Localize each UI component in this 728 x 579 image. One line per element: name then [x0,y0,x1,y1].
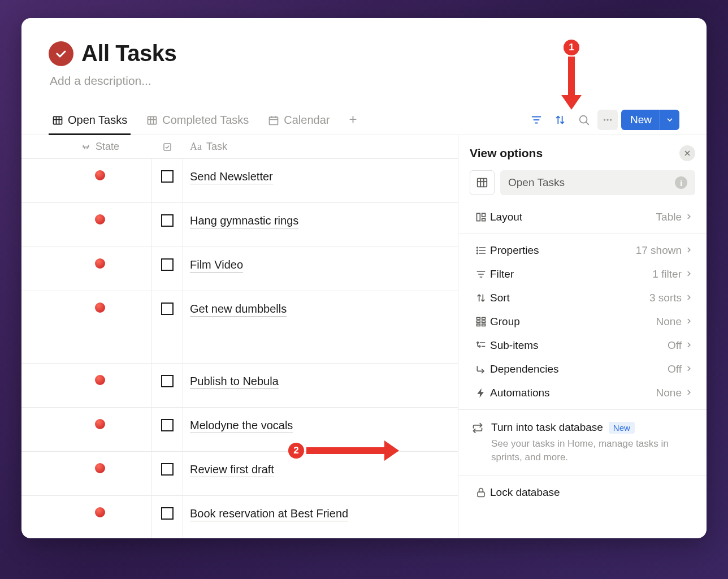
checkbox-cell[interactable] [151,452,183,495]
table-row[interactable]: Book reservation at Best Friend [21,496,458,538]
option-group[interactable]: Group None [470,310,695,334]
checkbox[interactable] [161,303,174,315]
table-row[interactable]: Get new dumbbells [21,291,458,364]
table-row[interactable]: Hang gymnastic rings [21,203,458,247]
state-cell [49,408,151,451]
checkbox-cell[interactable] [151,247,183,291]
view-options-panel: View options Open Tasks i Layout Table P… [458,135,707,538]
svg-point-17 [604,119,605,120]
state-cell [49,364,151,407]
option-filter[interactable]: Filter 1 filter [470,262,695,286]
new-button[interactable]: New [621,110,679,130]
checkbox[interactable] [161,463,174,476]
column-header-task[interactable]: Aa Task [183,135,458,158]
task-cell[interactable]: Publish to Nebula [183,364,458,407]
checkbox-cell[interactable] [151,291,183,363]
checkbox-cell[interactable] [151,364,183,407]
task-cell[interactable]: Get new dumbbells [183,291,458,363]
lock-icon [472,487,490,498]
svg-rect-23 [478,179,487,187]
filter-icon-button[interactable] [526,110,547,130]
view-name-input[interactable]: Open Tasks i [500,170,695,195]
option-sub-items[interactable]: Sub-items Off [470,334,695,357]
state-dot-red [95,303,105,313]
state-dot-red [95,463,105,473]
option-dependencies[interactable]: Dependencies Off [470,357,695,381]
task-cell[interactable]: Book reservation at Best Friend [183,496,458,538]
task-title: Publish to Nebula [190,375,279,389]
repeat-icon [472,422,486,464]
tab-calendar[interactable]: Calendar [265,109,333,135]
task-title: Review first draft [190,463,274,477]
state-cell [49,496,151,538]
task-cell[interactable]: Film Video [183,247,458,291]
subitems-icon [472,340,490,351]
column-header-checkbox[interactable] [151,135,183,158]
tab-open-tasks[interactable]: Open Tasks [49,109,131,135]
table-row[interactable]: Publish to Nebula [21,364,458,408]
checkbox-cell[interactable] [151,408,183,451]
more-options-button[interactable] [597,110,618,130]
option-layout[interactable]: Layout Table [470,205,695,229]
description-placeholder[interactable]: Add a description... [50,74,679,88]
task-cell[interactable]: Hang gymnastic rings [183,203,458,247]
svg-line-16 [586,122,589,124]
info-icon[interactable]: i [675,176,687,189]
table-row[interactable]: Send Newsletter [21,159,458,203]
svg-rect-44 [482,324,486,326]
svg-point-33 [477,247,478,248]
task-title: Melodyne the vocals [190,419,293,433]
page-header: All Tasks Add a description... [21,18,707,93]
svg-rect-0 [54,116,62,124]
state-cell [49,291,151,363]
search-icon-button[interactable] [574,110,594,130]
page-icon-check-circle [49,41,73,66]
state-dot-red [95,258,105,269]
tab-label: Calendar [284,114,330,127]
close-panel-button[interactable] [679,145,695,161]
lock-database[interactable]: Lock database [470,481,695,504]
table-row[interactable]: Film Video [21,247,458,291]
view-type-icon[interactable] [470,170,495,195]
svg-rect-4 [148,116,157,124]
svg-point-18 [606,119,608,120]
state-dot-red [95,507,105,517]
new-button-label: New [621,114,660,126]
new-badge: New [609,422,635,434]
option-properties[interactable]: Properties 17 shown [470,239,695,262]
tab-label: Open Tasks [68,114,127,127]
divider [458,476,707,476]
checkbox[interactable] [161,375,174,387]
turn-into-task-database[interactable]: Turn into task database New See your tas… [470,414,695,471]
svg-point-19 [610,119,612,120]
state-dot-red [95,170,105,180]
option-automations[interactable]: Automations None [470,381,695,405]
checkbox[interactable] [161,170,174,183]
task-title: Send Newsletter [190,170,273,184]
task-cell[interactable]: Send Newsletter [183,159,458,202]
add-view-button[interactable]: + [345,111,360,133]
page-title[interactable]: All Tasks [81,41,176,66]
checkbox-cell[interactable] [151,159,183,202]
view-tabs: Open Tasks Completed Tasks Calendar + [21,109,707,135]
divider [458,409,707,410]
svg-rect-40 [477,321,480,322]
checkbox[interactable] [161,507,174,520]
state-cell [49,159,151,202]
panel-title: View options [470,146,543,160]
checkbox-cell[interactable] [151,203,183,247]
group-icon [472,316,490,327]
checkbox[interactable] [161,258,174,271]
checkbox-cell[interactable] [151,496,183,538]
svg-rect-41 [477,324,480,326]
automations-icon [472,387,490,399]
tab-completed-tasks[interactable]: Completed Tasks [143,109,252,135]
checkbox[interactable] [161,214,174,227]
svg-point-35 [477,253,478,254]
sort-icon-button[interactable] [550,110,570,130]
option-sort[interactable]: Sort 3 sorts [470,286,695,310]
new-button-dropdown[interactable] [660,110,679,130]
checkbox[interactable] [161,419,174,431]
tasks-table: State Aa Task Send Newsletter Hang gymna… [21,135,458,538]
column-header-state[interactable]: State [49,135,151,158]
